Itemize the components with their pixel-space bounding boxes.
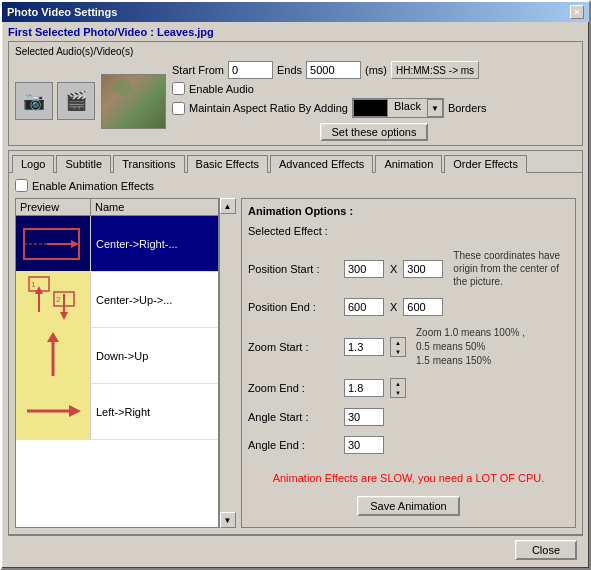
ms-label: (ms) <box>365 64 387 76</box>
color-dropdown-arrow[interactable]: ▼ <box>427 99 443 117</box>
scroll-up-button[interactable]: ▲ <box>220 198 236 214</box>
enable-animation-checkbox[interactable] <box>15 179 28 192</box>
photo-thumbnail <box>101 74 166 129</box>
zoom-start-down[interactable]: ▼ <box>391 347 405 356</box>
pos-start-y-input[interactable] <box>403 260 443 278</box>
enable-animation-row: Enable Animation Effects <box>15 179 576 192</box>
svg-marker-2 <box>71 240 79 248</box>
zoom-end-spinner[interactable]: ▲ ▼ <box>390 378 406 398</box>
zoom-note: Zoom 1.0 means 100% ,0.5 means 50%1.5 me… <box>416 326 525 368</box>
hhmm-button[interactable]: HH:MM:SS -> ms <box>391 61 479 79</box>
tab-animation-content: Enable Animation Effects Preview Name <box>9 173 582 534</box>
zoom-start-up[interactable]: ▲ <box>391 338 405 347</box>
angle-end-input[interactable] <box>344 436 384 454</box>
animation-options-panel: Animation Options : Selected Effect : Po… <box>241 198 576 528</box>
animation-list: Preview Name <box>15 198 219 528</box>
selected-effect-label: Selected Effect : <box>248 225 569 237</box>
zoom-end-input[interactable] <box>344 379 384 397</box>
close-icon[interactable]: × <box>570 5 584 19</box>
list-container: Preview Name <box>15 198 235 528</box>
list-header: Preview Name <box>16 199 218 216</box>
position-start-label: Position Start : <box>248 263 338 275</box>
list-body[interactable]: Center->Right-... 1 <box>16 216 218 527</box>
list-item[interactable]: Left->Right <box>16 384 218 440</box>
angle-start-label: Angle Start : <box>248 411 338 423</box>
list-item[interactable]: 1 2 <box>16 272 218 328</box>
list-item[interactable]: Center->Right-... <box>16 216 218 272</box>
video-icon: 🎬 <box>57 82 95 120</box>
save-animation-button[interactable]: Save Animation <box>357 496 459 516</box>
pos-end-x-input[interactable] <box>344 298 384 316</box>
maintain-aspect-label: Maintain Aspect Ratio By Adding <box>189 102 348 114</box>
tab-animation[interactable]: Animation <box>375 155 442 173</box>
borders-label: Borders <box>448 102 487 114</box>
title-bar-buttons: × <box>570 5 584 19</box>
tab-advanced-effects[interactable]: Advanced Effects <box>270 155 373 173</box>
options-title: Animation Options : <box>248 205 569 217</box>
svg-marker-11 <box>60 312 68 320</box>
enable-animation-label: Enable Animation Effects <box>32 180 154 192</box>
tab-transitions[interactable]: Transitions <box>113 155 184 173</box>
time-row: Start From Ends (ms) HH:MM:SS -> ms <box>172 61 576 79</box>
list-item[interactable]: Down->Up <box>16 328 218 384</box>
item-name-1: Center->Up->... <box>91 291 218 309</box>
zoom-end-up[interactable]: ▲ <box>391 379 405 388</box>
left-right-preview-svg <box>19 384 87 439</box>
zoom-start-input[interactable] <box>344 338 384 356</box>
col-preview: Preview <box>16 199 91 215</box>
position-end-row: Position End : X <box>248 298 569 316</box>
preview-center-right <box>16 216 91 271</box>
x-sep-2: X <box>390 301 397 313</box>
maintain-aspect-checkbox[interactable] <box>172 102 185 115</box>
svg-marker-15 <box>69 405 81 417</box>
selected-audio-box: Selected Audio(s)/Video(s) 📷 🎬 Start Fro… <box>8 41 583 146</box>
ends-input[interactable] <box>306 61 361 79</box>
angle-end-label: Angle End : <box>248 439 338 451</box>
camera-icon: 📷 <box>15 82 53 120</box>
content-area: First Selected Photo/Video : Leaves.jpg … <box>2 22 589 568</box>
tab-subtitle[interactable]: Subtitle <box>56 155 111 173</box>
tabs-container: Logo Subtitle Transitions Basic Effects … <box>8 150 583 535</box>
ends-label: Ends <box>277 64 302 76</box>
tab-logo[interactable]: Logo <box>12 155 54 173</box>
settings-right: Start From Ends (ms) HH:MM:SS -> ms Enab… <box>172 61 576 141</box>
item-name-0: Center->Right-... <box>91 235 218 253</box>
warning-text: Animation Effects are SLOW, you need a L… <box>248 472 569 484</box>
center-up-preview-svg: 1 2 <box>19 272 87 327</box>
zoom-start-spinner[interactable]: ▲ ▼ <box>390 337 406 357</box>
preview-left-right <box>16 384 91 439</box>
zoom-start-label: Zoom Start : <box>248 341 338 353</box>
preview-down-up <box>16 328 91 383</box>
selected-audio-label: Selected Audio(s)/Video(s) <box>15 46 576 57</box>
down-up-preview-svg <box>19 328 87 383</box>
enable-audio-checkbox[interactable] <box>172 82 185 95</box>
color-select-wrapper: Black ▼ <box>352 98 444 118</box>
position-end-label: Position End : <box>248 301 338 313</box>
close-button[interactable]: Close <box>515 540 577 560</box>
tab-basic-effects[interactable]: Basic Effects <box>187 155 268 173</box>
start-from-label: Start From <box>172 64 224 76</box>
first-selected-row: First Selected Photo/Video : Leaves.jpg <box>8 26 583 38</box>
scroll-down-button[interactable]: ▼ <box>220 512 236 528</box>
tab-order-effects[interactable]: Order Effects <box>444 155 527 173</box>
bottom-bar: Close <box>8 535 583 564</box>
pos-start-x-input[interactable] <box>344 260 384 278</box>
center-right-preview-svg <box>19 219 87 269</box>
set-options-button[interactable]: Set these options <box>320 123 427 141</box>
item-name-2: Down->Up <box>91 347 218 365</box>
enable-audio-row: Enable Audio <box>172 82 576 95</box>
zoom-end-row: Zoom End : ▲ ▼ <box>248 378 569 398</box>
coords-note: These coordinates haveorigin from the ce… <box>453 249 560 288</box>
pos-end-y-input[interactable] <box>403 298 443 316</box>
zoom-end-label: Zoom End : <box>248 382 338 394</box>
tabs-bar: Logo Subtitle Transitions Basic Effects … <box>9 151 582 173</box>
svg-text:2: 2 <box>56 295 61 304</box>
position-start-row: Position Start : X These coordinates hav… <box>248 249 569 288</box>
list-scrollbar[interactable]: ▲ ▼ <box>219 198 235 528</box>
angle-start-input[interactable] <box>344 408 384 426</box>
x-sep-1: X <box>390 263 397 275</box>
zoom-end-down[interactable]: ▼ <box>391 388 405 397</box>
start-from-input[interactable] <box>228 61 273 79</box>
svg-marker-9 <box>35 286 43 294</box>
item-name-3: Left->Right <box>91 403 218 421</box>
